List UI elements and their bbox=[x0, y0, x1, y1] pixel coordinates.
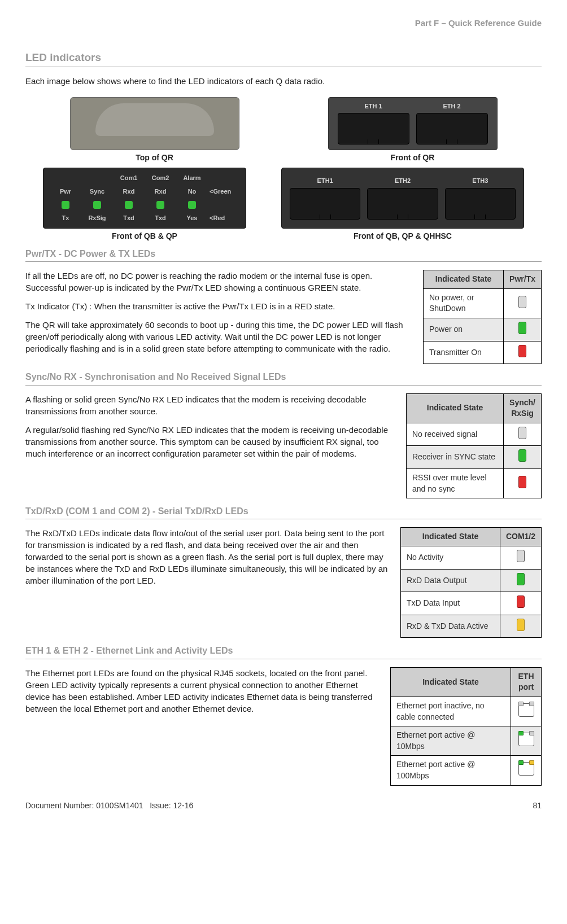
front-qr-caption: Front of QR bbox=[328, 152, 498, 164]
front-qbqphsc-image: ETH1 ETH2 ETH3 bbox=[281, 168, 524, 229]
front-qbqp-caption: Front of QB & QP bbox=[43, 231, 246, 242]
front-qr-image: ETH 1 ETH 2 bbox=[328, 97, 498, 150]
doc-number: Document Number: 0100SM1401 bbox=[25, 801, 143, 810]
txd-table: Indicated StateCOM1/2 No Activity RxD Da… bbox=[400, 527, 542, 638]
image-row-1: Top of QR ETH 1 ETH 2 Front of QR bbox=[25, 97, 542, 164]
section-title: LED indicators bbox=[25, 50, 542, 67]
sync-heading: Sync/No RX - Synchronisation and No Rece… bbox=[25, 371, 542, 385]
front-qbqp-block: Com1Com2Alarm PwrSyncRxdRxdNo<Green TxRx… bbox=[43, 168, 246, 242]
pwrtx-p2: Tx Indicator (Tx) : When the transmitter… bbox=[25, 300, 413, 312]
front-qbqp-image: Com1Com2Alarm PwrSyncRxdRxdNo<Green TxRx… bbox=[43, 168, 246, 229]
pwrtx-table: Indicated StatePwr/Tx No power, or ShutD… bbox=[423, 270, 542, 364]
sync-p1: A flashing or solid green Sync/No RX LED… bbox=[25, 393, 396, 417]
sync-p2: A regular/solid flashing red Sync/No RX … bbox=[25, 424, 396, 459]
part-header: Part F – Quick Reference Guide bbox=[25, 17, 542, 29]
led-off-icon bbox=[518, 296, 526, 308]
led-off-icon bbox=[518, 427, 526, 439]
doc-issue: Issue: 12-16 bbox=[150, 801, 193, 810]
eth-p1: The Ethernet port LEDs are found on the … bbox=[25, 667, 380, 715]
pwrtx-row: If all the LEDs are off, no DC power is … bbox=[25, 270, 542, 364]
page-footer: Document Number: 0100SM1401 Issue: 12-16… bbox=[25, 800, 542, 812]
front-qbqphsc-caption: Front of QB, QP & QHHSC bbox=[281, 231, 524, 242]
image-row-2: Com1Com2Alarm PwrSyncRxdRxdNo<Green TxRx… bbox=[25, 168, 542, 242]
eth2-label: ETH 2 bbox=[416, 102, 488, 111]
led-green-icon bbox=[518, 322, 526, 334]
eth1-label: ETH 1 bbox=[338, 102, 409, 111]
eth-table: Indicated StateETH port Ethernet port in… bbox=[390, 667, 542, 786]
top-qr-caption: Top of QR bbox=[70, 152, 239, 164]
led-red-icon bbox=[518, 476, 526, 488]
pwrtx-p1: If all the LEDs are off, no DC power is … bbox=[25, 270, 413, 294]
pwrtx-heading: Pwr/TX - DC Power & TX LEDs bbox=[25, 248, 542, 262]
led-red-icon bbox=[518, 345, 526, 357]
front-qbqphsc-block: ETH1 ETH2 ETH3 Front of QB, QP & QHHSC bbox=[281, 168, 524, 242]
eth-port-10m-icon bbox=[518, 733, 534, 746]
front-qr-block: ETH 1 ETH 2 Front of QR bbox=[328, 97, 498, 164]
txd-p1: The RxD/TxD LEDs indicate data flow into… bbox=[25, 527, 390, 586]
txd-heading: TxD/RxD (COM 1 and COM 2) - Serial TxD/R… bbox=[25, 505, 542, 519]
led-amber-icon bbox=[517, 619, 525, 631]
top-qr-image bbox=[70, 97, 239, 150]
led-red-icon bbox=[517, 595, 525, 608]
page-number: 81 bbox=[533, 800, 542, 812]
eth-port-100m-icon bbox=[518, 762, 534, 776]
pwrtx-p3: The QR will take approximately 60 second… bbox=[25, 319, 413, 354]
sync-table: Indicated StateSynch/ RxSig No received … bbox=[406, 393, 542, 499]
led-green-icon bbox=[517, 573, 525, 585]
top-qr-block: Top of QR bbox=[70, 97, 239, 164]
txd-row: The RxD/TxD LEDs indicate data flow into… bbox=[25, 527, 542, 638]
intro-text: Each image below shows where to find the… bbox=[25, 75, 542, 87]
eth-heading: ETH 1 & ETH 2 - Ethernet Link and Activi… bbox=[25, 645, 542, 659]
led-green-icon bbox=[518, 449, 526, 462]
eth-row: The Ethernet port LEDs are found on the … bbox=[25, 667, 542, 786]
led-off-icon bbox=[517, 550, 525, 562]
eth-port-off-icon bbox=[518, 703, 534, 717]
sync-row: A flashing or solid green Sync/No RX LED… bbox=[25, 393, 542, 499]
